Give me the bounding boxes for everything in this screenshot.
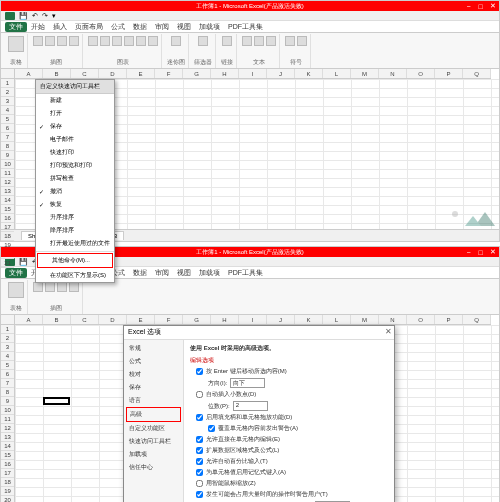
dropdown-item[interactable]: 新建 <box>36 94 114 107</box>
column-header[interactable]: M <box>351 69 379 78</box>
column-header[interactable]: G <box>183 315 211 324</box>
table-icon[interactable] <box>8 282 24 298</box>
row-header[interactable]: 1 <box>1 79 14 88</box>
tab-addin[interactable]: 加载项 <box>195 268 224 278</box>
column-header[interactable]: Q <box>463 69 491 78</box>
row-header[interactable]: 11 <box>1 415 14 424</box>
places-input[interactable]: 2 <box>233 401 268 411</box>
tab-addin[interactable]: 加载项 <box>195 22 224 32</box>
row-header[interactable]: 6 <box>1 124 14 133</box>
tab-insert[interactable]: 插入 <box>49 22 71 32</box>
row-header[interactable]: 9 <box>1 151 14 160</box>
row-header[interactable]: 20 <box>1 496 14 502</box>
row-header[interactable]: 5 <box>1 361 14 370</box>
header-footer-icon[interactable] <box>254 36 264 46</box>
checkbox-fill-handle[interactable] <box>196 414 203 421</box>
dialog-sidebar-item[interactable]: 语言 <box>126 394 181 407</box>
dialog-sidebar-item[interactable]: 高级 <box>126 407 181 422</box>
column-header[interactable]: J <box>267 69 295 78</box>
column-header[interactable]: D <box>99 315 127 324</box>
dropdown-item-show-below[interactable]: 在功能区下方显示(S) <box>36 269 114 282</box>
row-header[interactable]: 13 <box>1 187 14 196</box>
row-header[interactable]: 6 <box>1 370 14 379</box>
row-header[interactable]: 19 <box>1 487 14 496</box>
line-chart-icon[interactable] <box>100 36 110 46</box>
column-header[interactable]: Q <box>463 315 491 324</box>
tab-layout[interactable]: 页面布局 <box>71 22 107 32</box>
row-header[interactable]: 16 <box>1 460 14 469</box>
shapes-icon[interactable] <box>57 282 67 292</box>
row-header[interactable]: 12 <box>1 424 14 433</box>
row-header[interactable]: 9 <box>1 397 14 406</box>
area-chart-icon[interactable] <box>136 36 146 46</box>
column-header[interactable]: K <box>295 315 323 324</box>
column-header[interactable]: J <box>267 315 295 324</box>
symbol-icon[interactable] <box>297 36 307 46</box>
shapes-icon[interactable] <box>57 36 67 46</box>
checkbox-extend-format[interactable] <box>196 447 203 454</box>
qat-undo-icon[interactable]: ↶ <box>32 12 38 20</box>
row-header[interactable]: 11 <box>1 169 14 178</box>
checkbox-time-warn[interactable] <box>196 491 203 498</box>
clipart-icon[interactable] <box>45 36 55 46</box>
row-header[interactable]: 14 <box>1 196 14 205</box>
minimize-icon[interactable]: − <box>464 248 473 256</box>
select-all-corner[interactable] <box>1 69 15 79</box>
worksheet-grid[interactable]: 自定义快速访问工具栏 新建打开✓保存电子邮件快速打印打印预览和打印拼写检查✓撤消… <box>15 79 499 229</box>
column-header[interactable]: B <box>43 315 71 324</box>
hyperlink-icon[interactable] <box>222 36 232 46</box>
select-all-corner[interactable] <box>1 315 15 325</box>
close-icon[interactable]: ✕ <box>488 248 497 256</box>
dropdown-item[interactable]: 打开最近使用过的文件 <box>36 237 114 250</box>
maximize-icon[interactable]: □ <box>476 248 485 256</box>
dialog-close-icon[interactable]: ✕ <box>385 327 392 336</box>
checkbox-decimal[interactable] <box>196 391 203 398</box>
row-header[interactable]: 2 <box>1 334 14 343</box>
row-header[interactable]: 12 <box>1 178 14 187</box>
tab-review[interactable]: 审阅 <box>151 22 173 32</box>
tab-pdf[interactable]: PDF工具集 <box>224 22 267 32</box>
tab-data[interactable]: 数据 <box>129 22 151 32</box>
dialog-sidebar-item[interactable]: 信任中心 <box>126 461 181 474</box>
row-header[interactable]: 10 <box>1 160 14 169</box>
dropdown-item[interactable]: ✓撤消 <box>36 185 114 198</box>
row-header[interactable]: 15 <box>1 451 14 460</box>
direction-select[interactable]: 向下 <box>230 378 265 388</box>
checkbox-enter-move[interactable] <box>196 368 203 375</box>
row-header[interactable]: 5 <box>1 115 14 124</box>
dropdown-item[interactable]: 快速打印 <box>36 146 114 159</box>
column-header[interactable]: O <box>407 69 435 78</box>
row-header[interactable]: 17 <box>1 223 14 232</box>
column-header[interactable]: L <box>323 69 351 78</box>
column-header[interactable]: H <box>211 315 239 324</box>
column-header[interactable]: D <box>99 69 127 78</box>
row-header[interactable]: 10 <box>1 406 14 415</box>
dropdown-item[interactable]: 打印预览和打印 <box>36 159 114 172</box>
column-header[interactable]: F <box>155 69 183 78</box>
row-header[interactable]: 18 <box>1 478 14 487</box>
dialog-sidebar-item[interactable]: 加载项 <box>126 448 181 461</box>
dropdown-item[interactable]: 打开 <box>36 107 114 120</box>
column-header[interactable]: G <box>183 69 211 78</box>
column-header[interactable]: B <box>43 69 71 78</box>
column-header[interactable]: A <box>15 69 43 78</box>
row-header[interactable]: 7 <box>1 133 14 142</box>
slicer-icon[interactable] <box>198 36 208 46</box>
dialog-sidebar-item[interactable]: 快速访问工具栏 <box>126 435 181 448</box>
dropdown-item[interactable]: 升序排序 <box>36 211 114 224</box>
checkbox-alert-overwrite[interactable] <box>208 425 215 432</box>
scatter-chart-icon[interactable] <box>148 36 158 46</box>
column-header[interactable]: P <box>435 315 463 324</box>
textbox-icon[interactable] <box>242 36 252 46</box>
row-header[interactable]: 7 <box>1 379 14 388</box>
column-header[interactable]: C <box>71 315 99 324</box>
qat-dropdown-icon[interactable]: ▾ <box>52 12 56 20</box>
row-header[interactable]: 13 <box>1 433 14 442</box>
column-header[interactable]: C <box>71 69 99 78</box>
row-header[interactable]: 8 <box>1 388 14 397</box>
equation-icon[interactable] <box>285 36 295 46</box>
row-header[interactable]: 3 <box>1 97 14 106</box>
dropdown-item[interactable]: ✓恢复 <box>36 198 114 211</box>
column-header[interactable]: E <box>127 69 155 78</box>
dropdown-item[interactable]: ✓保存 <box>36 120 114 133</box>
